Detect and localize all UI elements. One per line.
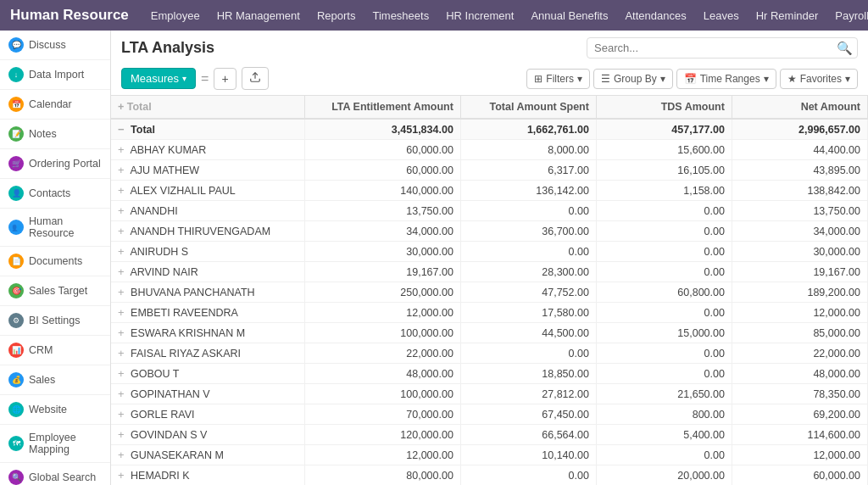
content-header: LTA Analysis 🔍: [111, 31, 868, 62]
nav-link-leaves[interactable]: Leaves: [695, 3, 748, 29]
sidebar-item-ordering-portal[interactable]: 🛒Ordering Portal: [0, 149, 110, 179]
table-row: + FAISAL RIYAZ ASKARI 22,000.00 0.00 0.0…: [111, 343, 868, 364]
expand-row-icon[interactable]: +: [118, 367, 125, 380]
expand-row-icon[interactable]: +: [118, 428, 125, 441]
sidebar-icon-employee-mapping: 🗺: [8, 436, 24, 451]
sidebar-icon-sales: 💰: [8, 372, 24, 387]
star-icon: ★: [787, 73, 797, 85]
collapse-total-icon[interactable]: −: [118, 123, 125, 136]
sidebar-label-sales-target: Sales Target: [29, 285, 87, 297]
expand-row-icon[interactable]: +: [118, 387, 125, 400]
table-area: + Total LTA Entitlement Amount Total Amo…: [111, 96, 868, 485]
expand-row-icon[interactable]: +: [118, 265, 125, 278]
equals-symbol: =: [201, 71, 209, 86]
expand-row-icon[interactable]: +: [118, 245, 125, 258]
expand-row-icon[interactable]: +: [118, 164, 125, 176]
total-spent: 1,662,761.00: [460, 119, 596, 140]
measures-button[interactable]: Measures: [121, 68, 196, 89]
sidebar-icon-human-resource: 👥: [8, 220, 24, 235]
sidebar-item-bi-settings[interactable]: ⚙BI Settings: [0, 306, 110, 336]
sidebar-icon-sales-target: 🎯: [8, 283, 24, 298]
sidebar-item-notes[interactable]: 📝Notes: [0, 120, 110, 149]
search-icon[interactable]: 🔍: [837, 41, 853, 56]
nav-link-payroll[interactable]: Payroll: [826, 3, 868, 29]
time-ranges-button[interactable]: 📅 Time Ranges ▾: [676, 69, 776, 89]
table-row: + GOPINATHAN V 100,000.00 27,812.00 21,6…: [111, 384, 868, 404]
expand-row-icon[interactable]: +: [118, 469, 125, 482]
upload-icon: [249, 71, 261, 83]
filters-button[interactable]: ⊞ Filters ▾: [526, 69, 590, 89]
sidebar-item-contacts[interactable]: 👤Contacts: [0, 179, 110, 209]
nav-link-annual-benefits[interactable]: Annual Benefits: [522, 3, 616, 29]
filters-label: Filters: [546, 73, 574, 85]
group-icon: ☰: [601, 73, 610, 85]
table-row: + HEMADRI K 80,000.00 0.00 20,000.00 60,…: [111, 465, 868, 486]
expand-row-icon[interactable]: +: [118, 326, 125, 339]
total-group-row: − Total 3,451,834.00 1,662,761.00 457,17…: [111, 119, 868, 140]
nav-link-hr-management[interactable]: HR Management: [209, 3, 309, 29]
nav-link-employee[interactable]: Employee: [142, 3, 209, 29]
toolbar-left: Measures = +: [121, 67, 269, 90]
table-header-row: + Total LTA Entitlement Amount Total Amo…: [111, 96, 868, 119]
sidebar-item-global-search[interactable]: 🔍Global Search: [0, 463, 110, 485]
sidebar-icon-global-search: 🔍: [8, 470, 24, 485]
favorites-label: Favorites: [800, 73, 842, 85]
table-row: + ARVIND NAIR 19,167.00 28,300.00 0.00 1…: [111, 262, 868, 282]
sidebar-item-sales-target[interactable]: 🎯Sales Target: [0, 276, 110, 306]
sidebar-label-bi-settings: BI Settings: [29, 315, 80, 326]
expand-row-icon[interactable]: +: [118, 408, 125, 421]
filter-icon: ⊞: [534, 73, 542, 85]
group-by-button[interactable]: ☰ Group By ▾: [593, 69, 673, 89]
expand-row-icon[interactable]: +: [118, 347, 125, 360]
sidebar-item-crm[interactable]: 📊CRM: [0, 336, 110, 365]
table-row: + ANANDH THIRUVENGADAM 34,000.00 36,700.…: [111, 221, 868, 242]
favorites-button[interactable]: ★ Favorites ▾: [780, 69, 858, 89]
sidebar-label-website: Website: [29, 404, 67, 415]
sidebar-item-employee-mapping[interactable]: 🗺Employee Mapping: [0, 425, 110, 463]
group-by-chevron: ▾: [660, 73, 665, 85]
calendar-icon: 📅: [684, 73, 697, 85]
nav-link-hr-increment[interactable]: HR Increment: [437, 3, 522, 29]
sidebar-icon-contacts: 👤: [8, 186, 24, 201]
sidebar-item-sales[interactable]: 💰Sales: [0, 365, 110, 395]
favorites-chevron: ▾: [845, 73, 850, 85]
table-row: + GOBOU T 48,000.00 18,850.00 0.00 48,00…: [111, 364, 868, 384]
sidebar-label-ordering-portal: Ordering Portal: [29, 158, 101, 170]
sidebar-item-calendar[interactable]: 📅Calendar: [0, 90, 110, 120]
sidebar-item-discuss[interactable]: 💬Discuss: [0, 31, 110, 60]
expand-row-icon[interactable]: +: [118, 306, 125, 319]
table-row: + ANANDHI 13,750.00 0.00 0.00 13,750.00: [111, 201, 868, 221]
time-ranges-chevron: ▾: [764, 73, 769, 85]
sidebar-label-discuss: Discuss: [29, 39, 66, 51]
sidebar-label-notes: Notes: [29, 128, 57, 140]
expand-row-icon[interactable]: +: [118, 204, 125, 217]
expand-row-icon[interactable]: +: [118, 184, 125, 197]
sidebar-item-website[interactable]: 🌐Website: [0, 395, 110, 425]
table-row: + ABHAY KUMAR 60,000.00 8,000.00 15,600.…: [111, 140, 868, 160]
sidebar-item-documents[interactable]: 📄Documents: [0, 247, 110, 276]
nav-link-reports[interactable]: Reports: [309, 3, 364, 29]
nav-link-timesheets[interactable]: Timesheets: [364, 3, 437, 29]
total-tds: 457,177.00: [596, 119, 732, 140]
sidebar-label-human-resource: Human Resource: [29, 215, 102, 239]
add-measure-button[interactable]: +: [214, 68, 236, 90]
nav-link-attendances[interactable]: Attendances: [616, 3, 694, 29]
expand-row-icon[interactable]: +: [118, 286, 125, 298]
top-nav: Human Resource EmployeeHR ManagementRepo…: [0, 0, 868, 31]
sidebar-icon-calendar: 📅: [8, 97, 24, 112]
expand-all-icon[interactable]: + Total: [118, 101, 152, 113]
nav-link-hr-reminder[interactable]: Hr Reminder: [748, 3, 827, 29]
sidebar-label-documents: Documents: [29, 255, 82, 267]
expand-row-icon[interactable]: +: [118, 449, 125, 461]
expand-row-icon[interactable]: +: [118, 143, 125, 156]
sidebar-label-contacts: Contacts: [29, 187, 70, 199]
search-container: 🔍: [587, 37, 858, 59]
sidebar-item-data-import[interactable]: ↓Data Import: [0, 60, 110, 90]
col-header-net: Net Amount: [732, 96, 867, 119]
sidebar-icon-crm: 📊: [8, 343, 24, 358]
sidebar-item-human-resource[interactable]: 👥Human Resource: [0, 209, 110, 247]
expand-row-icon[interactable]: +: [118, 225, 125, 237]
sidebar-label-calendar: Calendar: [29, 98, 72, 110]
search-input[interactable]: [587, 37, 858, 59]
upload-button[interactable]: [242, 67, 269, 90]
